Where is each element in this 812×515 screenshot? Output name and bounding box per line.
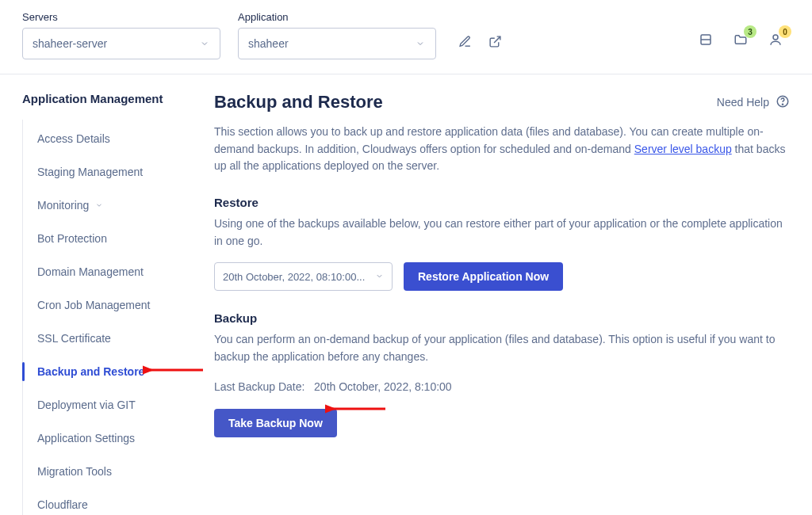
- sidebar-list: Access Details Staging Management Monito…: [22, 120, 198, 515]
- sidebar-item-bot-protection[interactable]: Bot Protection: [23, 224, 198, 253]
- folder-badge: 3: [744, 25, 756, 38]
- top-right-icons: 3 0: [698, 32, 790, 48]
- svg-point-5: [782, 104, 783, 105]
- sidebar-item-label: Domain Management: [37, 265, 144, 278]
- sidebar-item-label: Migration Tools: [37, 465, 112, 478]
- svg-point-3: [773, 35, 778, 40]
- restore-backup-select[interactable]: 20th October, 2022, 08:10:00...: [214, 262, 393, 291]
- sidebar-item-label: Application Settings: [37, 432, 135, 444]
- sidebar-item-label: Cloudflare: [37, 498, 88, 511]
- restore-row: 20th October, 2022, 08:10:00... Restore …: [214, 262, 790, 291]
- application-select-value: shaheer: [248, 37, 289, 50]
- top-bar: Servers shaheer-server Application shahe…: [0, 0, 812, 74]
- last-backup-label: Last Backup Date:: [214, 380, 304, 393]
- sidebar-item-label: Access Details: [37, 132, 110, 145]
- sidebar-title: Application Management: [22, 92, 198, 105]
- application-select[interactable]: shaheer: [238, 28, 436, 59]
- chevron-down-icon: [95, 199, 103, 212]
- intro-text: This section allows you to back up and r…: [214, 124, 790, 175]
- sidebar-item-cloudflare[interactable]: Cloudflare: [23, 490, 198, 515]
- sidebar-item-monitoring[interactable]: Monitoring: [23, 191, 198, 219]
- content-header: Backup and Restore Need Help: [214, 92, 790, 113]
- need-help-link[interactable]: Need Help: [717, 94, 790, 111]
- svg-line-0: [494, 36, 500, 43]
- application-label: Application: [238, 11, 436, 23]
- sidebar-item-migration-tools[interactable]: Migration Tools: [23, 457, 198, 486]
- sidebar-item-label: Cron Job Management: [37, 299, 150, 311]
- main: Application Management Access Details St…: [0, 74, 812, 515]
- sidebar-item-label: Backup and Restore: [37, 365, 144, 378]
- sidebar-item-label: Monitoring: [37, 199, 89, 212]
- sidebar-item-label: Staging Management: [37, 166, 143, 178]
- sidebar-item-deployment-via-git[interactable]: Deployment via GIT: [23, 391, 198, 419]
- restore-desc: Using one of the backups available below…: [214, 216, 790, 250]
- sidebar-item-backup-and-restore[interactable]: Backup and Restore: [23, 357, 198, 386]
- chevron-down-icon: [199, 38, 210, 49]
- sidebar: Application Management Access Details St…: [22, 92, 198, 515]
- folder-icon[interactable]: 3: [733, 32, 749, 48]
- open-external-icon[interactable]: [487, 33, 503, 49]
- sidebar-item-ssl-certificate[interactable]: SSL Certificate: [23, 324, 198, 353]
- application-field: Application shaheer: [238, 11, 436, 59]
- take-backup-now-button[interactable]: Take Backup Now: [214, 409, 337, 437]
- chevron-down-icon: [415, 38, 426, 49]
- last-backup-value: 20th October, 2022, 8:10:00: [314, 380, 452, 393]
- edit-icon[interactable]: [457, 33, 473, 49]
- sidebar-item-access-details[interactable]: Access Details: [23, 124, 198, 153]
- help-icon: [776, 94, 790, 111]
- restore-application-now-button[interactable]: Restore Application Now: [404, 262, 563, 291]
- user-icon[interactable]: 0: [768, 32, 783, 48]
- sidebar-item-cron-job-management[interactable]: Cron Job Management: [23, 291, 198, 319]
- last-backup-row: Last Backup Date: 20th October, 2022, 8:…: [214, 380, 790, 393]
- content: Backup and Restore Need Help This sectio…: [214, 92, 790, 515]
- restore-select-value: 20th October, 2022, 08:10:00...: [223, 271, 365, 283]
- restore-title: Restore: [214, 196, 790, 209]
- servers-field: Servers shaheer-server: [22, 11, 220, 59]
- need-help-label: Need Help: [717, 96, 769, 109]
- servers-select-value: shaheer-server: [33, 37, 107, 50]
- panel-icon[interactable]: [698, 32, 714, 48]
- page-title: Backup and Restore: [214, 92, 383, 113]
- server-level-backup-link[interactable]: Server level backup: [634, 143, 732, 155]
- sidebar-item-label: Deployment via GIT: [37, 399, 136, 411]
- sidebar-item-label: Bot Protection: [37, 232, 107, 245]
- sidebar-item-domain-management[interactable]: Domain Management: [23, 258, 198, 286]
- user-badge: 0: [779, 25, 791, 38]
- chevron-down-icon: [375, 271, 384, 283]
- sidebar-item-application-settings[interactable]: Application Settings: [23, 424, 198, 452]
- servers-label: Servers: [22, 11, 220, 23]
- sidebar-item-staging-management[interactable]: Staging Management: [23, 158, 198, 186]
- sidebar-item-label: SSL Certificate: [37, 332, 111, 345]
- app-inline-actions: [457, 33, 503, 49]
- backup-title: Backup: [214, 311, 790, 325]
- servers-select[interactable]: shaheer-server: [22, 28, 220, 59]
- backup-desc: You can perform an on-demand backup of y…: [214, 331, 790, 365]
